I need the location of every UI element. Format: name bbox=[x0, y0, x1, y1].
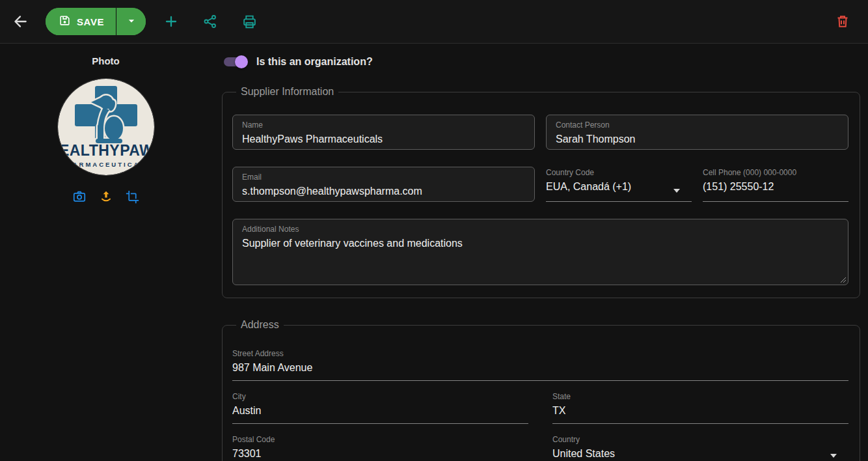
share-icon bbox=[202, 14, 218, 29]
chevron-down-icon bbox=[673, 189, 680, 193]
crop-photo-button[interactable] bbox=[124, 188, 142, 206]
trash-icon bbox=[835, 14, 850, 29]
print-button[interactable] bbox=[238, 10, 260, 33]
crop-icon bbox=[126, 190, 139, 204]
print-icon bbox=[241, 14, 258, 30]
country-code-label: Country Code bbox=[546, 168, 692, 178]
country-value: United States bbox=[552, 447, 848, 460]
street-address-value: 987 Main Avenue bbox=[232, 361, 848, 374]
chevron-down-icon bbox=[830, 454, 837, 458]
contact-person-field-label: Contact Person bbox=[556, 120, 839, 130]
email-field[interactable]: Email s.thompson@healthypawspharma.com bbox=[232, 167, 535, 202]
street-address-label: Street Address bbox=[232, 349, 848, 359]
save-icon bbox=[59, 14, 71, 29]
additional-notes-label: Additional Notes bbox=[242, 225, 839, 234]
upload-icon bbox=[99, 189, 113, 204]
save-button[interactable]: SAVE bbox=[46, 8, 116, 35]
toggle-thumb bbox=[235, 55, 248, 68]
postal-code-field[interactable]: Postal Code 73301 bbox=[232, 434, 528, 461]
camera-icon bbox=[72, 189, 87, 204]
caret-down-icon bbox=[125, 14, 138, 29]
address-legend: Address bbox=[236, 319, 284, 331]
add-button[interactable] bbox=[160, 10, 182, 33]
toolbar: SAVE bbox=[0, 0, 868, 44]
city-field[interactable]: City Austin bbox=[232, 391, 528, 424]
contact-person-field-value: Sarah Thompson bbox=[556, 133, 839, 146]
postal-code-value: 73301 bbox=[232, 447, 528, 460]
name-field-label: Name bbox=[242, 120, 525, 130]
save-split-button: SAVE bbox=[46, 8, 146, 35]
country-select[interactable]: Country United States bbox=[552, 434, 848, 461]
take-photo-button[interactable] bbox=[70, 188, 88, 206]
logo-text-line1: HEALTHYPAWS bbox=[58, 142, 154, 159]
additional-notes-textarea[interactable]: Additional Notes Supplier of veterinary … bbox=[232, 219, 848, 285]
additional-notes-value: Supplier of veterinary vaccines and medi… bbox=[242, 237, 839, 250]
save-button-label: SAVE bbox=[77, 16, 104, 27]
state-label: State bbox=[552, 392, 848, 402]
supplier-logo[interactable]: HEALTHYPAWS PHARMACEUTICALS bbox=[58, 79, 154, 175]
country-label: Country bbox=[552, 435, 848, 445]
photo-panel: Photo bbox=[0, 44, 211, 461]
name-field-value: HealthyPaws Pharmaceuticals bbox=[242, 133, 525, 146]
country-code-value: EUA, Canadá (+1) bbox=[546, 180, 692, 193]
organization-toggle-label: Is this an organization? bbox=[256, 56, 373, 68]
back-button[interactable] bbox=[9, 10, 31, 33]
contact-person-field[interactable]: Contact Person Sarah Thompson bbox=[546, 115, 848, 150]
address-section: Address Street Address 987 Main Avenue C… bbox=[222, 319, 860, 461]
photo-label: Photo bbox=[92, 55, 120, 66]
form-panel: Is this an organization? Supplier Inform… bbox=[222, 44, 868, 461]
city-value: Austin bbox=[232, 404, 528, 417]
cell-phone-label: Cell Phone (000) 000-0000 bbox=[703, 168, 848, 178]
delete-button[interactable] bbox=[832, 10, 854, 33]
email-field-value: s.thompson@healthypawspharma.com bbox=[242, 185, 525, 198]
cell-phone-value: (151) 25550-12 bbox=[703, 180, 848, 193]
supplier-information-legend: Supplier Information bbox=[236, 86, 338, 98]
state-field[interactable]: State TX bbox=[552, 391, 848, 424]
email-field-label: Email bbox=[242, 173, 525, 182]
resize-handle-icon[interactable] bbox=[839, 276, 846, 283]
country-code-select[interactable]: Country Code EUA, Canadá (+1) bbox=[546, 167, 692, 202]
back-arrow-icon bbox=[12, 13, 29, 30]
supplier-information-section: Supplier Information Name HealthyPaws Ph… bbox=[222, 86, 860, 298]
plus-icon bbox=[163, 14, 179, 29]
city-label: City bbox=[232, 392, 528, 402]
name-field[interactable]: Name HealthyPaws Pharmaceuticals bbox=[232, 115, 535, 150]
share-button[interactable] bbox=[199, 10, 221, 33]
logo-text-line2: PHARMACEUTICALS bbox=[60, 161, 152, 168]
main-content: Photo bbox=[0, 44, 868, 461]
upload-photo-button[interactable] bbox=[97, 188, 115, 206]
save-options-button[interactable] bbox=[116, 8, 146, 35]
photo-actions bbox=[70, 188, 142, 206]
postal-code-label: Postal Code bbox=[232, 435, 528, 445]
organization-toggle[interactable] bbox=[224, 57, 246, 66]
toolbar-actions bbox=[160, 10, 260, 33]
street-address-field[interactable]: Street Address 987 Main Avenue bbox=[232, 348, 848, 381]
cell-phone-field[interactable]: Cell Phone (000) 000-0000 (151) 25550-12 bbox=[703, 167, 848, 202]
state-value: TX bbox=[552, 404, 848, 417]
organization-toggle-row: Is this an organization? bbox=[222, 54, 860, 70]
